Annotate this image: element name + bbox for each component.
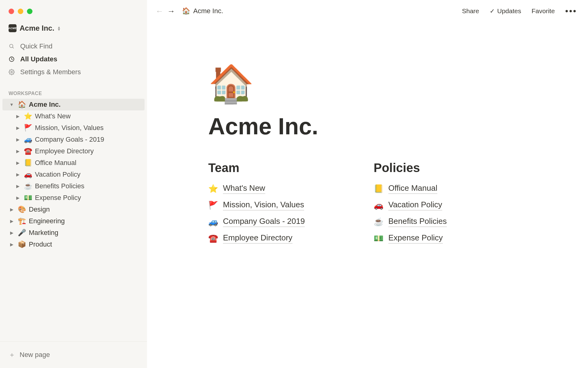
column-policies: Policies 📒 Office Manual 🚗 Vacation Poli… — [374, 161, 502, 247]
minimize-window-button[interactable] — [18, 9, 23, 14]
share-button[interactable]: Share — [462, 7, 479, 15]
new-page-button[interactable]: ＋ New page — [0, 341, 147, 368]
favorite-button[interactable]: Favorite — [532, 7, 555, 15]
tree-item-design[interactable]: ▶ 🎨 Design — [2, 204, 145, 215]
link-icon: 🚙 — [208, 217, 218, 227]
page-columns: Team ⭐ What's New 🚩 Mission, Vision, Val… — [208, 161, 514, 247]
page-icon: ⭐ — [23, 112, 32, 120]
tree-label: Acme Inc. — [29, 101, 61, 109]
page-icon: 🚩 — [23, 124, 32, 132]
favorite-label: Favorite — [532, 7, 555, 15]
chevron-right-icon[interactable]: ▶ — [15, 137, 21, 142]
chevron-right-icon[interactable]: ▶ — [15, 149, 21, 154]
page-link-employee-directory[interactable]: ☎️ Employee Directory — [208, 230, 337, 247]
page-link-expense-policy[interactable]: 💵 Expense Policy — [374, 230, 502, 247]
chevron-right-icon[interactable]: ▶ — [9, 219, 15, 224]
tree-item-office-manual[interactable]: ▶ 📒 Office Manual — [2, 157, 145, 169]
chevron-right-icon[interactable]: ▶ — [15, 184, 21, 189]
workspace-name: Acme Inc. — [20, 24, 54, 33]
maximize-window-button[interactable] — [27, 9, 32, 14]
page-icon: ☕ — [23, 182, 32, 190]
tree-label: Marketing — [29, 229, 58, 237]
updates-button[interactable]: ✓ Updates — [490, 7, 521, 15]
column-heading[interactable]: Policies — [374, 161, 502, 175]
close-window-button[interactable] — [9, 9, 14, 14]
tree-item-marketing[interactable]: ▶ 🎤 Marketing — [2, 227, 145, 239]
chevron-right-icon[interactable]: ▶ — [15, 125, 21, 130]
chevron-right-icon[interactable]: ▶ — [9, 242, 15, 247]
chevron-right-icon[interactable]: ▶ — [15, 160, 21, 165]
all-updates-label: All Updates — [20, 55, 57, 63]
chevron-right-icon[interactable]: ▶ — [9, 207, 15, 212]
page-link-whats-new[interactable]: ⭐ What's New — [208, 180, 337, 197]
link-label: Benefits Policies — [388, 217, 447, 227]
new-page-label: New page — [20, 351, 50, 359]
chevron-right-icon[interactable]: ▶ — [9, 230, 15, 235]
column-heading[interactable]: Team — [208, 161, 337, 175]
page-link-vacation-policy[interactable]: 🚗 Vacation Policy — [374, 197, 502, 213]
tree-label: Vacation Policy — [35, 171, 81, 178]
sidebar: ACME Acme Inc. ▴▾ Quick Find All Updates — [0, 0, 147, 368]
page-tree: ▼ 🏠 Acme Inc. ▶ ⭐ What's New ▶ 🚩 Mission… — [0, 99, 147, 250]
page-link-mission[interactable]: 🚩 Mission, Vision, Values — [208, 197, 337, 213]
topbar: ← → 🏠 Acme Inc. Share ✓ Updates Favorite — [147, 0, 588, 22]
page-icon: ☎️ — [23, 147, 32, 155]
tree-item-engineering[interactable]: ▶ 🏗️ Engineering — [2, 215, 145, 227]
tree-label: Design — [29, 205, 50, 213]
tree-item-vacation-policy[interactable]: ▶ 🚗 Vacation Policy — [2, 169, 145, 180]
quick-find-label: Quick Find — [20, 42, 52, 50]
tree-root-acme[interactable]: ▼ 🏠 Acme Inc. — [2, 99, 145, 110]
page-link-office-manual[interactable]: 📒 Office Manual — [374, 180, 502, 197]
chevron-right-icon[interactable]: ▶ — [15, 172, 21, 177]
tree-label: Product — [29, 240, 52, 248]
workspace-switcher[interactable]: ACME Acme Inc. ▴▾ — [0, 14, 147, 36]
page-body: 🏠 Acme Inc. Team ⭐ What's New 🚩 Mission,… — [147, 22, 514, 247]
page-link-benefits-policies[interactable]: ☕ Benefits Policies — [374, 213, 502, 230]
app-window: ACME Acme Inc. ▴▾ Quick Find All Updates — [0, 0, 588, 368]
chevron-right-icon[interactable]: ▶ — [15, 195, 21, 200]
plus-icon: ＋ — [9, 350, 15, 359]
tree-label: Benefits Policies — [35, 182, 84, 190]
link-icon: ⭐ — [208, 184, 218, 194]
tree-item-product[interactable]: ▶ 📦 Product — [2, 239, 145, 250]
link-label: Office Manual — [388, 183, 437, 194]
tree-label: Expense Policy — [35, 194, 81, 202]
tree-item-mission[interactable]: ▶ 🚩 Mission, Vision, Values — [2, 122, 145, 134]
svg-point-0 — [9, 44, 13, 48]
sidebar-nav: Quick Find All Updates Settings & Member… — [0, 36, 147, 79]
link-icon: 📒 — [374, 184, 383, 194]
link-label: Employee Directory — [223, 233, 292, 243]
link-label: Company Goals - 2019 — [223, 217, 305, 227]
breadcrumb[interactable]: 🏠 Acme Inc. — [182, 7, 223, 15]
page-icon-large[interactable]: 🏠 — [208, 65, 514, 102]
all-updates-button[interactable]: All Updates — [3, 53, 144, 66]
tree-item-company-goals[interactable]: ▶ 🚙 Company Goals - 2019 — [2, 134, 145, 145]
tree-item-expense-policy[interactable]: ▶ 💵 Expense Policy — [2, 192, 145, 204]
clock-icon — [9, 56, 16, 62]
page-icon: 🎨 — [17, 205, 26, 213]
more-menu-button[interactable]: ••• — [565, 6, 577, 16]
page-link-company-goals[interactable]: 🚙 Company Goals - 2019 — [208, 213, 337, 230]
page-icon: 🚙 — [23, 136, 32, 144]
svg-point-3 — [11, 71, 13, 73]
settings-members-button[interactable]: Settings & Members — [3, 66, 144, 79]
chevron-down-icon[interactable]: ▼ — [9, 102, 15, 107]
page-icon: 🚗 — [23, 171, 32, 178]
page-icon: 🏗️ — [17, 217, 26, 225]
chevron-right-icon[interactable]: ▶ — [15, 114, 21, 119]
check-icon: ✓ — [490, 7, 495, 15]
share-label: Share — [462, 7, 479, 15]
nav-back-button[interactable]: ← — [156, 6, 164, 16]
quick-find-button[interactable]: Quick Find — [3, 40, 144, 53]
tree-item-benefits-policies[interactable]: ▶ ☕ Benefits Policies — [2, 180, 145, 192]
workspace-icon: ACME — [9, 24, 17, 32]
tree-item-whats-new[interactable]: ▶ ⭐ What's New — [2, 110, 145, 122]
link-icon: 🚗 — [374, 201, 383, 210]
tree-item-employee-directory[interactable]: ▶ ☎️ Employee Directory — [2, 145, 145, 157]
search-icon — [9, 43, 16, 49]
nav-forward-button[interactable]: → — [167, 6, 175, 16]
link-icon: 🚩 — [208, 201, 218, 210]
main-content: ← → 🏠 Acme Inc. Share ✓ Updates Favorite — [147, 0, 588, 368]
breadcrumb-title: Acme Inc. — [193, 7, 223, 15]
page-title[interactable]: Acme Inc. — [208, 113, 514, 140]
